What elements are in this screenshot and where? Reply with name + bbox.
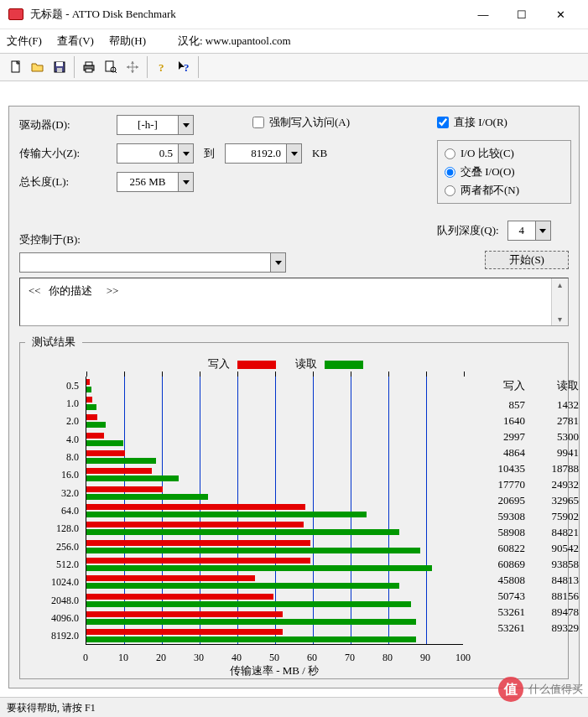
- controlled-combo[interactable]: [19, 252, 286, 273]
- svg-text:?: ?: [184, 61, 190, 74]
- length-input[interactable]: [117, 175, 178, 189]
- menu-file[interactable]: 文件(F): [7, 34, 42, 49]
- print-button[interactable]: [78, 56, 100, 78]
- bar-write: [86, 594, 273, 600]
- x-tick-label: 100: [455, 652, 471, 664]
- drive-combo[interactable]: [117, 115, 194, 135]
- svg-text:?: ?: [159, 61, 164, 74]
- queue-combo[interactable]: [507, 221, 551, 241]
- queue-label: 队列深度(Q):: [437, 223, 499, 238]
- io-compare-radio[interactable]: [445, 148, 455, 159]
- xfer-from-input[interactable]: [117, 147, 178, 160]
- table-row: 2069532965: [470, 492, 579, 508]
- svg-rect-2: [56, 62, 63, 66]
- legend-write-swatch: [237, 361, 276, 369]
- cell-write: 53261: [476, 621, 525, 635]
- queue-input[interactable]: [508, 224, 535, 237]
- context-help-button[interactable]: ?: [173, 56, 195, 78]
- legend-write-label: 写入: [208, 357, 230, 370]
- open-folder-icon: [30, 60, 45, 75]
- main-panel: 驱动器(D): 传输大小(Z): 到 KB 总长度(L): 强制写入访问(A): [8, 106, 580, 688]
- table-row: 5890884821: [470, 524, 579, 540]
- toolbar: ? ?: [0, 53, 588, 81]
- table-row: 5326189329: [470, 620, 579, 636]
- new-button[interactable]: [5, 56, 27, 78]
- controlled-arrow[interactable]: [270, 253, 285, 272]
- cell-read: 90542: [530, 542, 579, 555]
- svg-rect-6: [86, 69, 92, 72]
- force-write-checkbox[interactable]: 强制写入访问(A): [252, 115, 350, 130]
- cell-read: 2781: [530, 414, 579, 428]
- table-row: 48649941: [470, 444, 579, 460]
- print-preview-button[interactable]: [100, 56, 122, 78]
- bar-read: [86, 619, 416, 625]
- scroll-up-icon[interactable]: ▴: [558, 280, 562, 289]
- io-neither-radio[interactable]: [445, 185, 455, 196]
- length-combo[interactable]: [117, 172, 194, 192]
- y-tick-label: 32.0: [25, 486, 79, 499]
- y-tick-label: 64.0: [25, 505, 79, 517]
- force-write-input[interactable]: [252, 117, 264, 128]
- to-label: 到: [204, 146, 215, 161]
- menu-view[interactable]: 查看(V): [57, 34, 94, 49]
- bar-read: [86, 583, 399, 589]
- menubar: 文件(F) 查看(V) 帮助(H) 汉化: www.upantool.com: [0, 29, 588, 53]
- start-button[interactable]: 开始(S): [485, 251, 569, 269]
- chevron-down-icon: [183, 152, 190, 156]
- io-overlap-radio[interactable]: [445, 167, 455, 178]
- minimize-button[interactable]: —: [464, 2, 502, 27]
- help-button[interactable]: ?: [151, 56, 173, 78]
- cell-write: 4864: [476, 446, 525, 460]
- xfer-to-input[interactable]: [226, 147, 286, 160]
- svg-rect-7: [106, 61, 113, 71]
- y-tick-label: 512.0: [25, 559, 79, 571]
- save-button[interactable]: [49, 56, 70, 78]
- bar-write: [86, 540, 310, 546]
- x-tick-label: 10: [118, 652, 128, 664]
- bar-write: [86, 558, 310, 564]
- scroll-down-icon[interactable]: ▾: [558, 314, 562, 324]
- table-row: 16402781: [470, 413, 579, 429]
- y-tick-label: 0.5: [25, 379, 79, 392]
- printer-icon: [81, 60, 96, 75]
- direct-io-checkbox[interactable]: 直接 I/O(R): [437, 115, 507, 130]
- cell-write: 45808: [476, 574, 525, 587]
- controlled-input[interactable]: [20, 256, 270, 269]
- xfer-to-arrow[interactable]: [286, 144, 301, 163]
- cell-read: 9941: [530, 446, 579, 460]
- bar-write: [86, 629, 283, 635]
- close-button[interactable]: ✕: [541, 2, 580, 27]
- y-tick-label: 2.0: [25, 415, 79, 428]
- bar-write: [86, 414, 97, 420]
- cell-write: 857: [476, 398, 525, 412]
- cell-read: 89329: [530, 621, 579, 635]
- chart-area: 0.51.02.04.08.016.032.064.0128.0256.0512…: [25, 377, 563, 678]
- bar-write: [86, 468, 152, 474]
- move-arrows-icon: [125, 60, 140, 75]
- results-table-body: 8571432164027812997530048649941104351878…: [470, 397, 579, 636]
- x-tick-label: 0: [83, 652, 88, 664]
- col-read-header: 读取: [530, 378, 579, 393]
- cell-read: 75902: [530, 510, 579, 523]
- open-button[interactable]: [27, 56, 49, 78]
- xfer-to-combo[interactable]: [225, 143, 302, 164]
- cell-write: 50743: [476, 590, 525, 603]
- cell-read: 1432: [530, 398, 579, 412]
- menu-help[interactable]: 帮助(H): [109, 34, 146, 49]
- description-text[interactable]: << 你的描述 >>: [20, 278, 551, 325]
- length-arrow[interactable]: [178, 173, 193, 191]
- xfer-from-arrow[interactable]: [178, 144, 193, 163]
- direct-io-input[interactable]: [437, 117, 449, 128]
- x-axis-title: 传输速率 - MB / 秒: [86, 663, 463, 678]
- cell-read: 5300: [530, 430, 579, 444]
- bar-read: [86, 475, 179, 481]
- queue-arrow[interactable]: [535, 221, 550, 240]
- description-scrollbar[interactable]: ▴ ▾: [551, 278, 568, 325]
- drive-dropdown-arrow[interactable]: [178, 116, 193, 134]
- help-icon: ?: [154, 60, 169, 75]
- drive-input[interactable]: [117, 118, 178, 132]
- cell-read: 84813: [530, 574, 579, 587]
- move-button[interactable]: [122, 56, 143, 78]
- maximize-button[interactable]: ☐: [502, 2, 541, 27]
- xfer-from-combo[interactable]: [117, 143, 194, 164]
